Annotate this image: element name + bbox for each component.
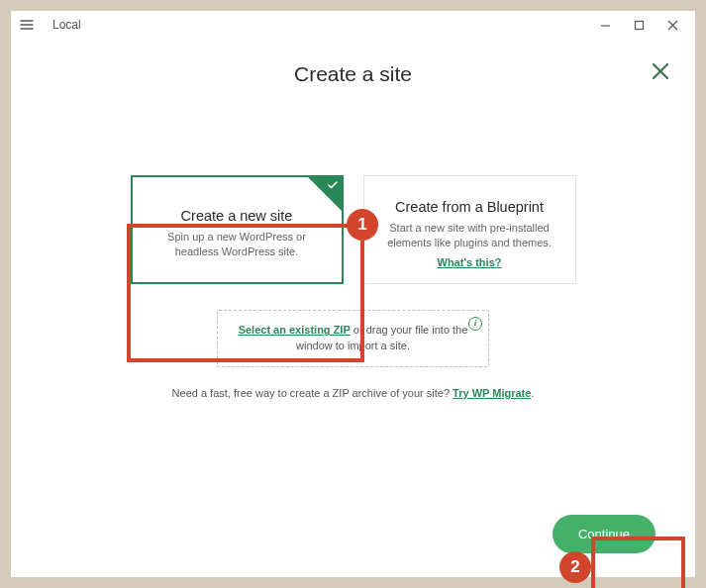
card-title: Create from a Blueprint xyxy=(395,199,544,215)
card-description: Start a new site with pre-installed elem… xyxy=(378,221,561,250)
card-title: Create a new site xyxy=(181,208,293,224)
create-from-blueprint-card[interactable]: Create from a Blueprint Start a new site… xyxy=(363,175,576,284)
app-title: Local xyxy=(52,18,81,32)
wp-migrate-link[interactable]: Try WP Migrate xyxy=(453,387,531,399)
content-area: Create a site Create a new site Spin up … xyxy=(11,39,695,577)
info-icon[interactable]: i xyxy=(468,317,482,331)
hint-prefix: Need a fast, free way to create a ZIP ar… xyxy=(172,387,454,399)
import-dropzone[interactable]: i Select an existing ZIP or drag your fi… xyxy=(217,310,489,367)
window-controls xyxy=(588,14,689,36)
close-icon[interactable] xyxy=(648,58,673,84)
whats-this-link[interactable]: What's this? xyxy=(438,256,502,268)
page-title: Create a site xyxy=(294,62,412,86)
select-zip-link[interactable]: Select an existing ZIP xyxy=(239,324,351,336)
continue-button[interactable]: Continue xyxy=(553,515,656,553)
minimize-button[interactable] xyxy=(588,14,622,36)
create-new-site-card[interactable]: Create a new site Spin up a new WordPres… xyxy=(131,175,344,284)
menu-icon[interactable] xyxy=(17,15,37,35)
hint-tail: . xyxy=(531,387,534,399)
check-icon xyxy=(328,180,338,192)
close-window-button[interactable] xyxy=(656,14,689,36)
footer: Continue xyxy=(50,515,656,557)
card-description: Spin up a new WordPress or headless Word… xyxy=(147,230,328,259)
titlebar: Local xyxy=(11,11,695,39)
hint-text: Need a fast, free way to create a ZIP ar… xyxy=(172,387,535,399)
svg-rect-0 xyxy=(635,21,643,29)
maximize-button[interactable] xyxy=(622,14,656,36)
option-cards: Create a new site Spin up a new WordPres… xyxy=(131,175,576,284)
app-window: Local Create a site Create a ne xyxy=(11,11,695,577)
